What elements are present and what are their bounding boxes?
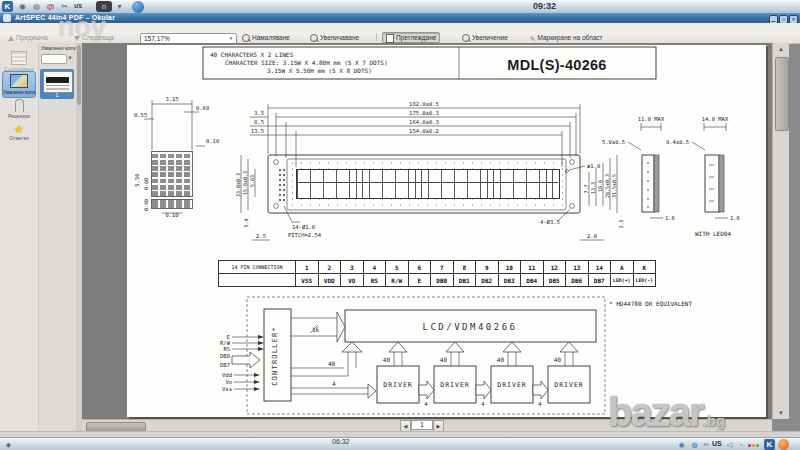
zoom-in-button[interactable]: Увеличаване (306, 32, 363, 43)
magnifier-minus-icon (242, 34, 250, 42)
network-status-icon[interactable] (746, 439, 762, 450)
svg-text:0.10: 0.10 (206, 138, 219, 144)
thumbnail-page-number: 1 (40, 92, 74, 98)
scroll-down-icon[interactable]: ▼ (773, 407, 789, 419)
svg-text:13.5: 13.5 (251, 128, 264, 134)
sidebar-item-reviews[interactable]: Рецензии (3, 97, 35, 121)
part-number: MDL(S)-40266 (507, 57, 607, 73)
eject-icon[interactable]: ◉ (17, 1, 28, 12)
window-titlebar[interactable]: ArtSPEC 44in4 PDF – Okular ▁ □ ✕ (0, 13, 800, 23)
thumbnail-page-image (43, 71, 73, 93)
svg-text:0.60: 0.60 (143, 178, 149, 190)
module-front-view: ø1.0 (268, 155, 600, 213)
tray-user-icon[interactable]: ◉ (676, 439, 687, 450)
svg-text:40 CHARACTERS X 2 LINES: 40 CHARACTERS X 2 LINES (210, 51, 293, 58)
firefox-icon[interactable] (778, 439, 789, 450)
svg-text:13.3: 13.3 (590, 182, 596, 194)
cut-icon[interactable]: ✂ (59, 1, 70, 12)
thumbnail-line (46, 88, 69, 90)
panel-chevron-icon[interactable]: ▾ (116, 1, 123, 12)
paperclip-icon (15, 99, 24, 112)
pencil-icon: ✎ (530, 34, 535, 43)
svg-text:DRIVER: DRIVER (497, 381, 526, 389)
browse-tool-icon (386, 34, 394, 43)
desktop-screen: K ◉ ◍ @ ✂ us n ▾ 09:32 ArtSPEC 44in4 PDF… (0, 0, 800, 450)
module-left-dims: 33.0±0.3 15.8±0.3 5.63 5.4 2.5 14-Ø1.0 P… (235, 155, 322, 240)
taskbar-keyboard-layout[interactable]: US (712, 440, 722, 447)
svg-text:DRIVER: DRIVER (440, 381, 469, 389)
keyboard-layout-indicator[interactable]: us (74, 2, 82, 9)
globe-icon[interactable]: ◍ (31, 1, 42, 12)
selection-tool-button[interactable]: ✎Маркиране на област (526, 32, 607, 43)
module-top-dims: 182.0±0.5 175.0±0.3 164.0±0.3 154.0±0.2 … (250, 101, 580, 167)
svg-text:Vss: Vss (222, 386, 232, 392)
svg-text:1.6: 1.6 (730, 215, 740, 221)
watermark-logo: bazar.bg (608, 392, 725, 441)
sidebar-item-thumbnails[interactable]: Умалени копия (2, 71, 36, 98)
svg-text:8.5: 8.5 (254, 119, 264, 125)
page-thumbnail[interactable]: 1 (40, 69, 74, 99)
launcher-icon[interactable]: ◈ (3, 439, 14, 450)
pin-connection-table: 14 PIN CONNECTION 12 34 56 78 910 1112 1… (218, 260, 656, 287)
vertical-scrollbar-thumb[interactable] (775, 57, 789, 131)
zoom-out-button[interactable]: Намаляване (238, 32, 294, 43)
tray-globe-icon[interactable]: ◍ (689, 439, 700, 450)
previous-page-button[interactable]: Предишна (4, 32, 52, 43)
svg-text:ø1.0: ø1.0 (587, 163, 600, 169)
svg-text:DRIVER: DRIVER (554, 381, 583, 389)
vertical-scrollbar[interactable]: ▲ ▼ (772, 43, 789, 419)
chevron-down-icon[interactable]: ▾ (227, 35, 235, 41)
svg-text:Vdd: Vdd (222, 372, 232, 378)
side-view: 11.0 MAX 5.0±0.5 1.6 (602, 116, 675, 221)
page-number-field[interactable]: 1 (411, 420, 433, 430)
mail-icon[interactable]: @ (45, 1, 56, 12)
zoom-combobox[interactable]: 157,17% ▾ (140, 33, 237, 44)
svg-text:154.0±0.2: 154.0±0.2 (409, 128, 439, 134)
kde-tray-icon[interactable]: K (764, 439, 775, 450)
thumbnails-header: Умалени копия (41, 45, 80, 51)
kde-menu-icon[interactable]: K (2, 1, 13, 12)
svg-text:CHARACTER SIZE: 3.15W X 4.80H: CHARACTER SIZE: 3.15W X 4.80H mm (5 X 7 … (225, 59, 388, 66)
tray-misc-icon[interactable]: ✂ (701, 439, 712, 450)
zoom-tool-button[interactable]: Увеличение (458, 32, 512, 43)
browse-tool-button[interactable]: Преглеждане (382, 32, 440, 43)
thumbnail-filter-input[interactable] (41, 54, 67, 64)
svg-text:3.15: 3.15 (165, 96, 178, 102)
svg-text:182.0±0.5: 182.0±0.5 (409, 101, 439, 107)
svg-text:11.0 MAX: 11.0 MAX (638, 116, 665, 122)
svg-text:40: 40 (440, 356, 448, 363)
svg-text:DB7: DB7 (220, 362, 230, 368)
svg-text:* HD44780 OR EQUIVALENT: * HD44780 OR EQUIVALENT (609, 300, 692, 307)
svg-text:2.5: 2.5 (256, 233, 266, 239)
svg-text:15.8±0.3: 15.8±0.3 (242, 171, 248, 195)
thumbnails-panel: Умалени копия ▼ 1 (39, 43, 77, 431)
svg-text:4: 4 (424, 401, 428, 407)
svg-text:14.0 MAX: 14.0 MAX (702, 116, 729, 122)
sidebar-item-bookmarks[interactable]: ★ Отметки (3, 121, 35, 143)
svg-text:3.5: 3.5 (618, 219, 624, 228)
top-panel-clock[interactable]: 09:32 (533, 1, 556, 11)
svg-text:0.40: 0.40 (143, 199, 149, 211)
svg-text:14-Ø1.0: 14-Ø1.0 (292, 224, 315, 230)
filter-funnel-icon: ▼ (67, 55, 73, 61)
user-applet-icon[interactable] (132, 1, 144, 13)
zoom-value: 157,17% (144, 35, 170, 42)
svg-text:33.0±0.3: 33.0±0.3 (235, 173, 241, 197)
arrow-up-icon (8, 36, 14, 41)
svg-text:40: 40 (383, 356, 391, 363)
taskbar-clock[interactable]: 06:32 (332, 438, 350, 446)
svg-text:1.6: 1.6 (665, 215, 675, 221)
connector-holes (279, 169, 285, 201)
svg-text:5.63: 5.63 (249, 175, 255, 187)
volume-icon[interactable]: ◁ (724, 439, 735, 450)
svg-text:DB0: DB0 (220, 353, 230, 359)
panel-scrollbar-thumb[interactable] (77, 45, 81, 105)
scroll-up-icon[interactable]: ▲ (773, 43, 789, 55)
svg-text:40: 40 (554, 356, 562, 363)
browser-icon[interactable]: n (96, 1, 112, 12)
svg-text:3.15W X 5.50H mm (5 X 8 DOTS): 3.15W X 5.50H mm (5 X 8 DOTS) (267, 67, 372, 74)
controller-inputs: E R/W RS DB0 DB7 Vdd Vo Vss (220, 334, 264, 392)
svg-text:2.0: 2.0 (587, 233, 597, 239)
svg-text:26.5±0.3: 26.5±0.3 (604, 174, 610, 198)
svg-text:175.0±0.3: 175.0±0.3 (409, 110, 439, 116)
